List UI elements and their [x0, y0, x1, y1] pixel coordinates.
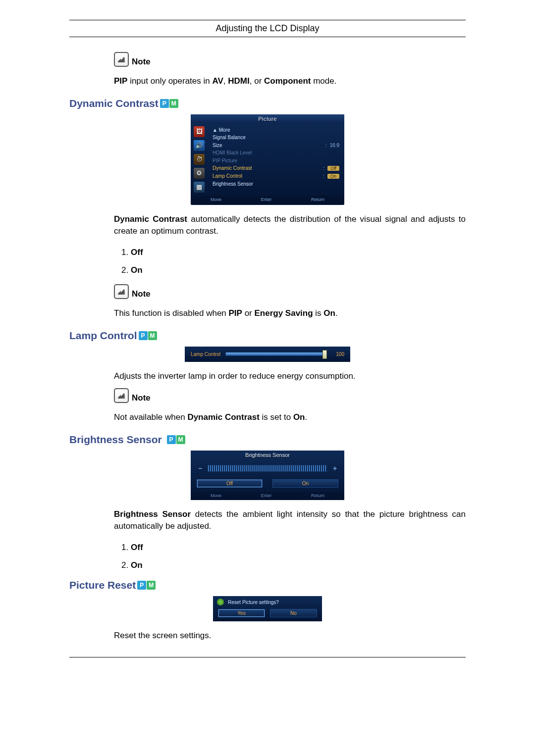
bs-options: Off On [114, 543, 466, 570]
osd-item-lamp-control[interactable]: Lamp Control:On [212, 172, 340, 180]
bottom-rule [69, 657, 466, 657]
dc-desc: Dynamic Contrast automatically detects t… [114, 213, 466, 238]
list-item: On [131, 560, 466, 570]
lamp-slider[interactable] [225, 352, 325, 356]
heading-lamp-control: Lamp Control PM [69, 330, 466, 342]
note-icon [114, 284, 129, 299]
osd-item-more[interactable]: ▲ More [212, 126, 340, 134]
osd-footer-move: Move [211, 493, 221, 498]
component-bold: Component [264, 76, 311, 86]
size-value: 16:9 [330, 143, 339, 148]
osd-reset-head: Reset Picture settings? [213, 596, 322, 608]
dc-options: Off On [114, 248, 466, 275]
t: , [223, 76, 228, 86]
badge-m-icon: M [147, 581, 156, 590]
t: Not available when [114, 412, 187, 422]
badge-p-icon: P [139, 331, 148, 340]
osd-picture-menu: Picture 🖼 🔊 ⏱ ⚙ ▦ ▲ More Signal Balance … [191, 114, 344, 205]
dc-desc-lead: Dynamic Contrast [114, 214, 187, 224]
osd-list: ▲ More Signal Balance Size:16:9 HDMI Bla… [208, 123, 344, 196]
lc-desc: Adjusts the inverter lamp in order to re… [114, 370, 466, 383]
badge-m-icon: M [148, 331, 157, 340]
heading-text: Dynamic Contrast [69, 98, 159, 109]
input-tab-icon[interactable]: ▦ [194, 182, 205, 193]
osd-footer-enter: Enter [261, 197, 272, 202]
b: PIP [229, 308, 242, 318]
note-row: Note [114, 388, 466, 403]
reset-yes-button[interactable]: Yes [218, 609, 265, 617]
brightness-on-button[interactable]: On [272, 479, 338, 488]
osd-item-dynamic-contrast[interactable]: Dynamic Contrast:Off [212, 164, 340, 172]
page-header: Adjusting the LCD Display [69, 23, 466, 37]
timer-tab-icon[interactable]: ⏱ [194, 154, 205, 165]
osd-bright-scale: − + [191, 459, 344, 476]
lamp-fill [226, 353, 325, 355]
setup-tab-icon[interactable]: ⚙ [194, 168, 205, 179]
badge-p-icon: P [137, 581, 146, 590]
note-row: Note [114, 52, 466, 67]
pip-note-text: PIP input only operates in AV, HDMI, or … [114, 75, 466, 88]
heading-dynamic-contrast: Dynamic Contrast PM [69, 98, 466, 109]
lab: PIP Picture [213, 157, 237, 165]
lab: ▲ More [213, 126, 230, 134]
osd-footer-return: Return [311, 197, 324, 202]
t: is set to [260, 412, 293, 422]
hdmi-bold: HDMI [228, 76, 249, 86]
list-item: Off [131, 543, 466, 553]
plus-icon[interactable]: + [331, 464, 338, 472]
lc-note-text: Not available when Dynamic Contrast is s… [114, 411, 466, 424]
note-row: Note [114, 284, 466, 299]
page-body: Note PIP input only operates in AV, HDMI… [69, 37, 466, 642]
b: On [323, 308, 335, 318]
osd-item-brightness-sensor[interactable]: Brightness Sensor [212, 180, 340, 188]
note-icon [114, 388, 129, 403]
dc-note-text: This function is disabled when PIP or En… [114, 307, 466, 320]
badge-m-icon: M [169, 99, 178, 108]
t: This function is disabled when [114, 308, 229, 318]
list-item: Off [131, 248, 466, 257]
osd-item-hdmi-black: HDMI Black Level [212, 149, 340, 157]
osd-item-pip-picture: PIP Picture [212, 157, 340, 165]
minus-icon[interactable]: − [197, 464, 204, 472]
sound-tab-icon[interactable]: 🔊 [194, 140, 205, 151]
osd-item-signal-balance[interactable]: Signal Balance [212, 134, 340, 142]
brightness-slider[interactable] [208, 465, 327, 472]
osd-item-size[interactable]: Size:16:9 [212, 142, 340, 150]
note-label: Note [132, 57, 151, 67]
t: . [305, 412, 308, 422]
lc-value: On [327, 174, 339, 179]
osd-bright-choices: Off On [191, 476, 344, 492]
lamp-thumb-icon[interactable] [322, 350, 327, 359]
val: :Off [323, 164, 339, 172]
bs-desc-lead: Brightness Sensor [114, 509, 191, 519]
t: input only operates in [127, 76, 212, 86]
lab: Brightness Sensor [213, 180, 253, 188]
heading-brightness-sensor: Brightness Sensor PM [69, 434, 466, 446]
osd-icon-column: 🖼 🔊 ⏱ ⚙ ▦ [191, 123, 208, 196]
brightness-off-button[interactable]: Off [197, 479, 263, 488]
osd-content: 🖼 🔊 ⏱ ⚙ ▦ ▲ More Signal Balance Size:16:… [191, 123, 344, 196]
badge-p-icon: P [160, 99, 169, 108]
val: :On [323, 172, 339, 180]
osd-title: Picture [191, 114, 344, 123]
osd-lamp-control: Lamp Control 100 [185, 347, 350, 362]
osd-bright-footer: Move Enter Return [191, 492, 344, 500]
list-item: On [131, 265, 466, 275]
picture-tab-icon[interactable]: 🖼 [194, 126, 205, 137]
opt: On [131, 265, 143, 275]
page-title: Adjusting the LCD Display [215, 23, 319, 33]
t: is [313, 308, 324, 318]
lab: HDMI Black Level [213, 149, 252, 157]
reset-no-button[interactable]: No [270, 609, 317, 617]
pip-bold: PIP [114, 76, 127, 86]
osd-footer-return: Return [311, 493, 324, 498]
lab: Lamp Control [213, 172, 242, 180]
badge-p-icon: P [167, 435, 176, 444]
b: Energy Saving [255, 308, 313, 318]
t: , or [250, 76, 264, 86]
lamp-label: Lamp Control [191, 352, 220, 357]
av-bold: AV [212, 76, 223, 86]
top-rule [69, 20, 466, 20]
osd-footer-enter: Enter [261, 493, 272, 498]
osd-bright-title: Brightness Sensor [191, 451, 344, 459]
